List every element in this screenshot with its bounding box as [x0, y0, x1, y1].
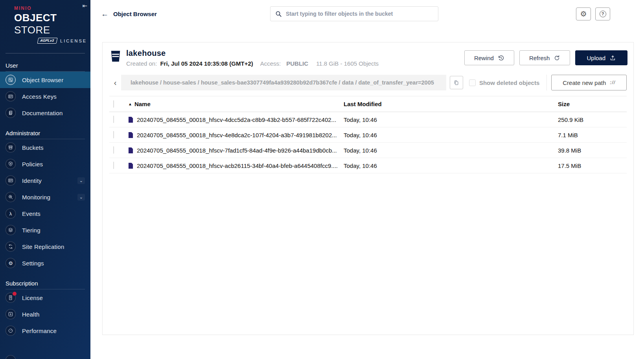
bucket-panel: lakehouse Created on: Fri, Jul 05 2024 1… — [102, 42, 634, 335]
upload-button-label: Upload — [587, 55, 605, 61]
objects-table: ▲ Name Last Modified Size 20240705_08455… — [109, 96, 627, 173]
access-label: Access: — [260, 60, 281, 67]
sidebar: ⇤ MINIO OBJECT STORE AGPLv3 LICENSE User… — [0, 0, 90, 359]
sidebar-collapse-icon[interactable]: ⇤ — [82, 2, 87, 9]
path-toolbar: ‹ lakehouse / house-sales / house_sales-… — [109, 75, 627, 90]
table-row[interactable]: 20240705_084555_00018_hfscv-4dcc5d2a-c8b… — [109, 112, 627, 127]
help-button[interactable]: ? — [595, 7, 610, 20]
help-icon: ? — [600, 11, 606, 17]
object-name-cell[interactable]: 20240705_084555_00018_hfscv-4e8dca2c-107… — [128, 132, 344, 138]
row-checkbox[interactable] — [113, 131, 114, 138]
sidebar-item-buckets[interactable]: Buckets — [0, 139, 90, 156]
back-navigation[interactable]: ← Object Browser — [101, 10, 157, 18]
back-arrow-icon[interactable]: ← — [101, 10, 109, 18]
sidebar-item-tiering[interactable]: Tiering — [0, 222, 90, 238]
health-icon — [6, 309, 16, 319]
search-icon — [275, 11, 282, 17]
object-name-cell[interactable]: 20240705_084555_00018_hfscv-4dcc5d2a-c8b… — [128, 116, 344, 123]
object-name-cell[interactable]: 20240705_084555_00018_hfscv-acb26115-34b… — [128, 162, 344, 169]
object-name: 20240705_084555_00018_hfscv-4dcc5d2a-c8b… — [137, 116, 336, 123]
page-title: Object Browser — [113, 11, 157, 17]
settings-button[interactable]: ⚙ — [576, 7, 591, 20]
sidebar-item-settings[interactable]: ⚙ Settings — [0, 255, 90, 271]
section-label: Subscription — [0, 278, 90, 289]
object-filter-searchbox[interactable] — [270, 6, 438, 21]
object-size: 39.8 MiB — [558, 147, 627, 154]
bucket-icon — [110, 50, 121, 63]
object-name-cell[interactable]: 20240705_084555_00018_hfscv-7fad1cf5-84a… — [128, 147, 344, 154]
sidebar-section-subscription: Subscription License Health Performance — [0, 278, 90, 339]
bucket-usage-summary: 11.8 GiB - 1605 Objects — [316, 60, 379, 67]
tiering-icon — [6, 225, 16, 235]
sidebar-item-license[interactable]: License — [0, 289, 90, 306]
license-icon — [6, 293, 16, 303]
logo-divider — [6, 53, 85, 53]
table-row[interactable]: 20240705_084555_00018_hfscv-7fad1cf5-84a… — [109, 143, 627, 158]
sidebar-item-identity[interactable]: Identity ⌄ — [0, 172, 90, 189]
upload-button[interactable]: Upload — [575, 50, 627, 65]
rewind-button[interactable]: Rewind — [464, 50, 514, 65]
path-back-chevron[interactable]: ‹ — [109, 78, 121, 87]
main-area: ← Object Browser ⚙ ? lakehouse C — [90, 0, 644, 359]
sidebar-item-label: Access Keys — [22, 93, 57, 100]
table-row[interactable]: 20240705_084555_00018_hfscv-4e8dca2c-107… — [109, 127, 627, 143]
copy-icon — [453, 80, 459, 86]
file-icon — [128, 116, 133, 123]
object-modified: Today, 10:46 — [344, 116, 558, 123]
object-name: 20240705_084555_00018_hfscv-acb26115-34b… — [137, 162, 338, 169]
sidebar-item-label: Buckets — [22, 144, 44, 151]
object-modified: Today, 10:46 — [344, 162, 558, 169]
sidebar-item-events[interactable]: λ Events — [0, 205, 90, 222]
gear-icon: ⚙ — [580, 10, 587, 18]
object-name: 20240705_084555_00018_hfscv-7fad1cf5-84a… — [137, 147, 337, 154]
settings-gear-icon: ⚙ — [6, 258, 16, 268]
sidebar-item-site-replication[interactable]: Site Replication — [0, 238, 90, 255]
sidebar-item-health[interactable]: Health — [0, 306, 90, 322]
show-deleted-checkbox[interactable] — [469, 79, 476, 86]
refresh-button[interactable]: Refresh — [519, 50, 570, 65]
section-label: Administrator — [0, 128, 90, 139]
sidebar-section-administrator: Administrator Buckets Policies Identity … — [0, 128, 90, 271]
license-label: LICENSE — [60, 39, 87, 43]
chevron-down-icon[interactable]: ⌄ — [77, 177, 85, 184]
object-modified: Today, 10:46 — [344, 147, 558, 154]
sidebar-item-access-keys[interactable]: Access Keys — [0, 88, 90, 105]
column-header-size[interactable]: Size — [558, 101, 627, 107]
file-icon — [128, 147, 133, 154]
chevron-down-icon[interactable]: ⌄ — [77, 194, 85, 201]
sidebar-item-label: Events — [22, 210, 40, 217]
sidebar-item-label: License — [22, 295, 43, 301]
row-checkbox[interactable] — [113, 162, 114, 169]
breadcrumb[interactable]: lakehouse / house-sales / house_sales-ba… — [121, 75, 446, 90]
documentation-icon — [6, 108, 16, 118]
breadcrumb-path: lakehouse / house-sales / house_sales-ba… — [131, 79, 434, 86]
sidebar-item-label: Performance — [22, 328, 57, 334]
object-size: 7.1 MiB — [558, 132, 627, 138]
object-size: 17.5 MiB — [558, 162, 627, 169]
sidebar-item-label: Identity — [22, 177, 42, 184]
sidebar-item-label: Policies — [22, 161, 43, 168]
table-row[interactable]: 20240705_084555_00018_hfscv-acb26115-34b… — [109, 158, 627, 173]
search-input[interactable] — [286, 11, 433, 17]
row-checkbox[interactable] — [113, 116, 114, 123]
sidebar-item-object-browser[interactable]: Object Browser — [0, 72, 90, 88]
sidebar-item-monitoring[interactable]: Monitoring ⌄ — [0, 189, 90, 205]
column-header-name[interactable]: ▲ Name — [128, 101, 344, 107]
sidebar-item-label: Documentation — [22, 110, 63, 116]
refresh-icon — [554, 55, 560, 61]
sidebar-item-label: Health — [22, 311, 40, 318]
site-replication-icon — [6, 241, 16, 252]
row-checkbox[interactable] — [113, 146, 114, 154]
column-header-last-modified[interactable]: Last Modified — [344, 101, 558, 107]
show-deleted-toggle[interactable]: Show deleted objects — [469, 79, 539, 86]
sidebar-item-performance[interactable]: Performance — [0, 322, 90, 339]
section-label: User — [0, 61, 90, 71]
product-title: OBJECT STORE — [14, 12, 90, 36]
select-all-checkbox[interactable] — [113, 100, 114, 108]
sort-ascending-icon[interactable]: ▲ — [128, 102, 132, 106]
sidebar-item-documentation[interactable]: Documentation — [0, 105, 90, 121]
show-deleted-label: Show deleted objects — [479, 79, 539, 86]
copy-path-button[interactable] — [450, 76, 463, 89]
create-new-path-button[interactable]: Create new path :// — [551, 75, 627, 90]
sidebar-item-policies[interactable]: Policies — [0, 156, 90, 172]
